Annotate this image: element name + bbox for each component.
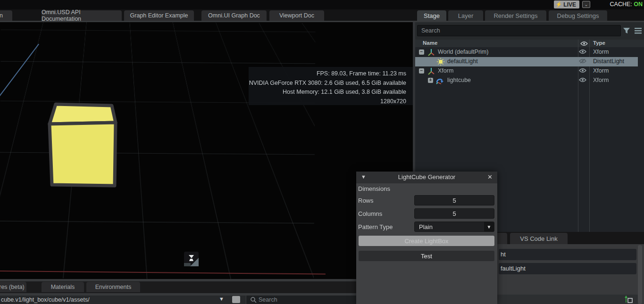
live-dropdown-button[interactable]: ⌄ bbox=[582, 1, 590, 8]
tab-label: VS Code Link bbox=[520, 235, 558, 242]
lightcube-mesh[interactable] bbox=[44, 99, 124, 193]
collapse-expander[interactable]: − bbox=[419, 68, 424, 74]
test-button[interactable]: Test bbox=[359, 251, 494, 261]
tree-row-xform[interactable]: − Xform Xform bbox=[415, 66, 638, 76]
prim-type: Xform bbox=[593, 67, 609, 74]
prim-type: DistantLight bbox=[593, 58, 624, 65]
stats-fps: FPS: 89.03, Frame time: 11.23 ms bbox=[249, 69, 406, 79]
options-button[interactable] bbox=[633, 26, 643, 35]
tab-render-settings[interactable]: Render Settings bbox=[485, 10, 546, 21]
xform-axis-icon bbox=[427, 49, 435, 56]
stage-search-input[interactable] bbox=[417, 25, 621, 36]
content-browser-panel: res (beta) Materials Environments cube.v… bbox=[0, 279, 357, 304]
vertical-scrollbar[interactable] bbox=[638, 245, 642, 304]
hamburger-menu-icon bbox=[633, 26, 643, 35]
tab-label: Environments bbox=[95, 284, 131, 290]
cache-label: CACHE: bbox=[610, 1, 634, 8]
eye-icon bbox=[580, 41, 588, 46]
panel-status-strip bbox=[497, 295, 638, 304]
tab-stage[interactable]: Stage bbox=[417, 10, 446, 21]
dialog-title: LightCube Generator bbox=[356, 173, 497, 181]
column-header-type: Type bbox=[593, 40, 605, 46]
lightcube-generator-dialog: ▼ LightCube Generator ✕ Dimensions Rows … bbox=[356, 172, 497, 304]
tab-environments[interactable]: Environments bbox=[86, 282, 140, 292]
pattern-type-select[interactable]: Plain ▼ bbox=[414, 222, 494, 232]
list-item-label: ht bbox=[501, 251, 506, 258]
visibility-toggle[interactable] bbox=[579, 68, 588, 74]
columns-field[interactable] bbox=[414, 208, 494, 219]
tab-label: Stage bbox=[424, 12, 440, 19]
tab-label: Debug Settings bbox=[557, 12, 599, 19]
tab-res-beta[interactable]: res (beta) bbox=[0, 282, 26, 292]
tree-row-world[interactable]: − World (defaultPrim) Xform bbox=[415, 48, 638, 57]
prim-type: Xform bbox=[593, 49, 609, 55]
asset-search-input[interactable] bbox=[259, 296, 353, 304]
document-tab-bar: on Omni.USD API Documentation Graph Edit… bbox=[0, 9, 415, 21]
open-in-editor-icon[interactable] bbox=[624, 295, 634, 304]
window-top-bar: ⚡ LIVE ⌄ CACHE: ON bbox=[0, 0, 644, 9]
tab-omni-ui-graph-doc[interactable]: Omni.UI Graph Doc bbox=[201, 10, 267, 21]
rows-label: Rows bbox=[358, 197, 374, 204]
distant-light-gizmo[interactable] bbox=[184, 252, 199, 266]
visibility-toggle[interactable] bbox=[579, 77, 588, 84]
tab-materials[interactable]: Materials bbox=[42, 282, 84, 292]
close-icon[interactable]: ✕ bbox=[487, 173, 493, 181]
viewport-stats-overlay: FPS: 89.03, Frame time: 11.23 ms NVIDIA … bbox=[249, 67, 413, 105]
list-item[interactable]: ht bbox=[499, 249, 636, 260]
stats-host-memory: Host Memory: 12.1 GiB used, 3.8 GiB avai… bbox=[249, 88, 406, 97]
viewport-3d[interactable]: FPS: 89.03, Frame time: 11.23 ms NVIDIA … bbox=[0, 22, 413, 279]
tree-row-defaultlight[interactable]: defaultLight DistantLight bbox=[415, 57, 638, 66]
prim-name: Xform bbox=[438, 67, 453, 74]
tab-viewport-doc[interactable]: Viewport Doc bbox=[269, 10, 324, 21]
live-sync-button[interactable]: ⚡ LIVE bbox=[554, 0, 579, 8]
filter-button[interactable] bbox=[622, 26, 631, 35]
visibility-toggle[interactable] bbox=[579, 49, 588, 56]
columns-label: Columns bbox=[358, 210, 382, 217]
dropdown-arrow-icon[interactable]: ▼ bbox=[484, 222, 494, 232]
prim-name: lightcube bbox=[447, 77, 471, 83]
panel-tab-bar: Stage Layer Render Settings Debug Settin… bbox=[415, 9, 644, 21]
search-icon bbox=[250, 296, 257, 303]
collapse-expander[interactable]: − bbox=[419, 49, 424, 55]
path-dropdown-icon[interactable]: ▼ bbox=[219, 296, 224, 302]
expand-expander[interactable]: + bbox=[428, 78, 433, 83]
tab-debug-settings[interactable]: Debug Settings bbox=[549, 10, 607, 21]
rows-field[interactable] bbox=[414, 195, 494, 205]
tab-label: Layer bbox=[458, 12, 474, 19]
cache-status-value: ON bbox=[634, 1, 643, 8]
prim-name: World (defaultPrim) bbox=[438, 49, 488, 55]
tree-row-lightcube[interactable]: + lightcube Xform bbox=[415, 76, 638, 85]
tab-vs-code-link[interactable]: VS Code Link bbox=[510, 233, 568, 244]
tree-header-row: Name Type bbox=[415, 40, 644, 47]
tab-partial-doc[interactable]: on bbox=[0, 10, 12, 21]
tab-graph-editor-example[interactable]: Graph Editor Example bbox=[124, 10, 194, 21]
visibility-toggle[interactable] bbox=[579, 58, 588, 65]
lightning-bolt-icon: ⚡ bbox=[556, 1, 562, 8]
funnel-icon bbox=[622, 26, 631, 35]
eye-off-icon bbox=[579, 58, 586, 64]
tab-label: Omni.UI Graph Doc bbox=[208, 12, 260, 19]
eye-icon bbox=[579, 68, 586, 73]
light-icon bbox=[437, 58, 444, 66]
pattern-type-label: Pattern Type bbox=[358, 223, 393, 230]
reference-xform-icon bbox=[436, 77, 443, 84]
live-label: LIVE bbox=[563, 1, 576, 8]
tab-label: Viewport Doc bbox=[279, 12, 314, 19]
chevron-down-icon: ⌄ bbox=[584, 2, 588, 7]
view-toggle-button[interactable] bbox=[232, 296, 240, 303]
dialog-title-bar[interactable]: ▼ LightCube Generator ✕ bbox=[356, 172, 497, 183]
tab-layer[interactable]: Layer bbox=[448, 10, 483, 21]
app-window: ⚡ LIVE ⌄ CACHE: ON on Omni.USD API Docum… bbox=[0, 0, 644, 304]
breadcrumb-path[interactable]: cube.v1/light_box/cube/v1/assets/ bbox=[1, 296, 90, 303]
prim-name: defaultLight bbox=[447, 58, 478, 65]
panel-divider bbox=[0, 279, 357, 281]
list-item[interactable]: faultLight bbox=[499, 263, 636, 274]
tab-label: Graph Editor Example bbox=[130, 12, 188, 19]
section-header-dimensions[interactable]: Dimensions bbox=[358, 185, 390, 192]
stats-resolution: 1280x720 bbox=[249, 97, 406, 107]
stats-gpu-memory: NVIDIA GeForce RTX 3080: 2.6 GiB used, 6… bbox=[249, 79, 406, 88]
pattern-type-value: Plain bbox=[419, 223, 433, 230]
tab-label: Render Settings bbox=[493, 12, 537, 19]
tab-omni-usd-api-documentation[interactable]: Omni.USD API Documentation bbox=[42, 10, 122, 21]
create-lightbox-button[interactable]: Create LightBox bbox=[359, 236, 494, 246]
